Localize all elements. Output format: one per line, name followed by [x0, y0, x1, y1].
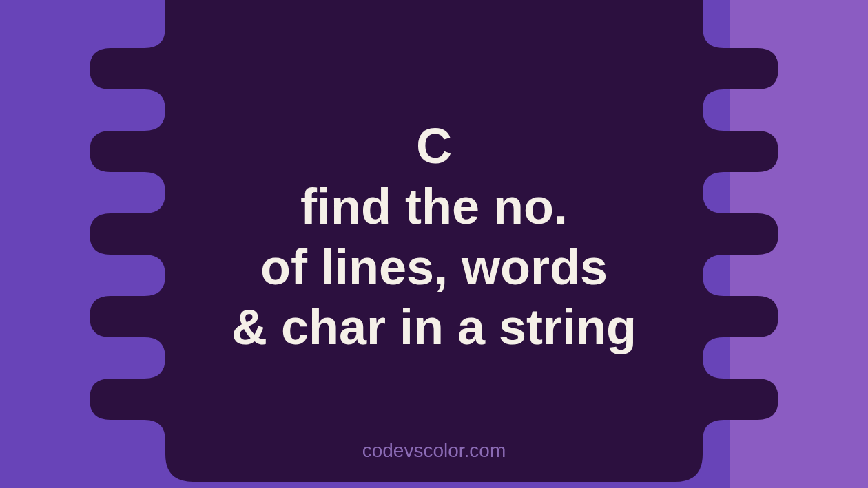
title-line-1: C [231, 116, 637, 177]
title-block: C find the no. of lines, words & char in… [231, 116, 637, 358]
title-line-2: find the no. [231, 177, 637, 237]
title-line-3: of lines, words [231, 237, 637, 298]
title-line-4: & char in a string [231, 297, 637, 358]
footer-credit: codevscolor.com [0, 440, 868, 462]
hero-content: C find the no. of lines, words & char in… [0, 0, 868, 488]
